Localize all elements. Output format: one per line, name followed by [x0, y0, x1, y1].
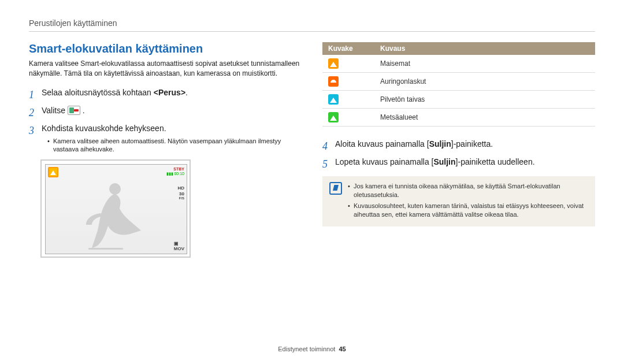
- camera-bottom-right: ▣MOV: [174, 241, 184, 251]
- step-bullet: Kamera valitsee aiheen automaattisesti. …: [47, 137, 302, 154]
- step-bold: Suljin: [433, 157, 455, 166]
- step-bold: Suljin: [429, 139, 451, 148]
- step-3: 3 Kohdista kuvauskohde kehykseen. Kamera…: [29, 122, 302, 154]
- steps-list-right: 4 Aloita kuvaus painamalla [Suljin]-pain…: [322, 138, 595, 168]
- table-row: Metsäalueet: [322, 109, 595, 127]
- step-text-post: .: [80, 106, 85, 115]
- note-item: Jos kamera ei tunnista oikeaa näkymätila…: [348, 182, 588, 199]
- note-box: Jos kamera ei tunnista oikeaa näkymätila…: [322, 176, 595, 226]
- table-row: Maisemat: [322, 55, 595, 73]
- timer-label: ▮▮▮ 00:10: [166, 172, 184, 176]
- table-cell-label: Metsäalueet: [374, 109, 595, 127]
- fps-unit: F/S: [177, 196, 184, 200]
- step-4: 4 Aloita kuvaus painamalla [Suljin]-pain…: [322, 138, 595, 150]
- svg-point-0: [109, 183, 121, 195]
- step-text: Lopeta kuvaus painamalla [: [335, 157, 433, 166]
- smart-mode-icon: [68, 106, 80, 115]
- step-1: 1 Selaa aloitusnäytössä kohtaan <Perus>.: [29, 87, 302, 99]
- sunset-icon: [328, 76, 339, 87]
- clear-sky-icon: [328, 94, 339, 105]
- divider: [29, 31, 595, 32]
- step-number: 3: [29, 123, 34, 139]
- table-header-desc: Kuvaus: [374, 42, 595, 55]
- page-footer: Edistyneet toiminnot 45: [0, 346, 624, 352]
- step-text: Aloita kuvaus painamalla [: [335, 139, 429, 148]
- step-5: 5 Lopeta kuvaus painamalla [Suljin]-pain…: [322, 156, 595, 168]
- step-text: Valitse: [42, 106, 68, 115]
- step-number: 5: [322, 157, 328, 172]
- step-text-post: ]-painiketta uudelleen.: [456, 157, 535, 166]
- step-text: Selaa aloitusnäytössä kohtaan: [42, 88, 154, 97]
- step-number: 4: [322, 139, 328, 154]
- camera-screen: STBY ▮▮▮ 00:10 HD 30 F/S ▣MOV: [45, 164, 187, 254]
- scene-landscape-icon: [48, 167, 58, 177]
- note-list: Jos kamera ei tunnista oikeaa näkymätila…: [348, 182, 588, 221]
- step-text-post: ]-painiketta.: [451, 139, 493, 148]
- svg-rect-1: [88, 248, 123, 250]
- fps-value: 30: [177, 191, 184, 197]
- header-breadcrumb: Perustilojen käyttäminen: [29, 18, 595, 28]
- column-right: Kuvake Kuvaus Maisemat Auringonlaskut: [322, 42, 595, 258]
- hd-label: HD: [177, 185, 184, 191]
- step-text-post: .: [185, 88, 188, 97]
- step-bold: <Perus>: [154, 88, 185, 97]
- step-number: 1: [29, 87, 34, 103]
- table-cell-label: Auringonlaskut: [374, 73, 595, 91]
- page: Perustilojen käyttäminen Smart-elokuvati…: [0, 0, 624, 364]
- landscape-icon: [328, 58, 339, 69]
- note-icon: [329, 182, 342, 195]
- table-row: Auringonlaskut: [322, 73, 595, 91]
- column-left: Smart-elokuvatilan käyttäminen Kamera va…: [29, 42, 302, 258]
- steps-list: 1 Selaa aloitusnäytössä kohtaan <Perus>.…: [29, 87, 302, 154]
- camera-top-right-status: STBY ▮▮▮ 00:10: [166, 167, 184, 176]
- step-text: Kohdista kuvauskohde kehykseen.: [42, 124, 166, 133]
- camera-right-settings: HD 30 F/S: [177, 185, 184, 200]
- forest-icon: [328, 112, 339, 122]
- step-2: 2 Valitse .: [29, 105, 302, 117]
- section-title: Smart-elokuvatilan käyttäminen: [29, 42, 302, 55]
- note-item: Kuvausolosuhteet, kuten kameran tärinä, …: [348, 202, 588, 219]
- camera-display: STBY ▮▮▮ 00:10 HD 30 F/S ▣MOV: [40, 159, 191, 258]
- icon-table: Kuvake Kuvaus Maisemat Auringonlaskut: [322, 42, 595, 127]
- table-row: Pilvetön taivas: [322, 91, 595, 109]
- table-cell-label: Pilvetön taivas: [374, 91, 595, 109]
- step-number: 2: [29, 105, 34, 121]
- footer-section: Edistyneet toiminnot: [278, 346, 335, 352]
- format-label: ▣MOV: [174, 241, 184, 251]
- two-column-layout: Smart-elokuvatilan käyttäminen Kamera va…: [29, 42, 595, 258]
- intro-text: Kamera valitsee Smart-elokuvatilassa aut…: [29, 59, 302, 79]
- skater-silhouette-icon: [75, 179, 155, 254]
- standby-label: STBY: [166, 167, 184, 172]
- page-number: 45: [339, 346, 346, 352]
- table-cell-label: Maisemat: [374, 55, 595, 73]
- table-header-icon: Kuvake: [322, 42, 374, 55]
- step-sublist: Kamera valitsee aiheen automaattisesti. …: [47, 137, 302, 154]
